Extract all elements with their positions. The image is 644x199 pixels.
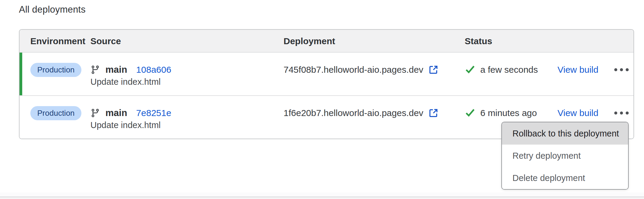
deployment-cell: 1f6e20b7.helloworld-aio.pages.dev (284, 106, 439, 121)
commit-link[interactable]: 108a606 (136, 65, 171, 75)
deployment-cell: 745f08b7.helloworld-aio.pages.dev (284, 62, 439, 77)
environment-badge: Production (30, 106, 81, 120)
environment-cell: Production (30, 106, 81, 121)
page-bottom-strip (0, 192, 644, 197)
status-time: a few seconds (480, 65, 538, 75)
table-row: Production main 108a606 Update index.htm… (20, 53, 633, 95)
menu-item-retry[interactable]: Retry deployment (502, 145, 628, 167)
branch-name: main (105, 108, 127, 118)
ellipsis-icon[interactable] (613, 65, 630, 74)
active-deployment-indicator (20, 53, 22, 95)
menu-item-rollback[interactable]: Rollback to this deployment (502, 122, 628, 145)
check-icon (465, 64, 475, 76)
column-header-deployment: Deployment (284, 30, 335, 53)
status-time: 6 minutes ago (480, 108, 537, 118)
deployment-url: 1f6e20b7.helloworld-aio.pages.dev (284, 108, 423, 118)
environment-cell: Production (30, 62, 81, 77)
check-icon (465, 107, 475, 119)
table-header-row: Environment Source Deployment Status (20, 30, 633, 53)
commit-message: Update index.html (90, 120, 161, 130)
view-build-cell: View build (557, 62, 598, 77)
view-build-link[interactable]: View build (557, 108, 598, 118)
menu-item-delete[interactable]: Delete deployment (502, 167, 628, 189)
environment-badge: Production (30, 63, 81, 77)
column-header-environment: Environment (30, 30, 85, 53)
row-actions-cell (613, 106, 634, 121)
status-cell: 6 minutes ago (465, 106, 537, 121)
commit-link[interactable]: 7e8251e (136, 108, 171, 118)
deployment-actions-menu: Rollback to this deployment Retry deploy… (501, 122, 629, 190)
page-title: All deployments (19, 4, 86, 15)
git-branch-icon (90, 108, 100, 118)
deployment-url: 745f08b7.helloworld-aio.pages.dev (284, 65, 423, 75)
external-link-icon[interactable] (428, 64, 439, 75)
commit-message: Update index.html (90, 77, 161, 87)
column-header-source: Source (90, 30, 121, 53)
row-actions-cell (613, 62, 634, 77)
ellipsis-icon[interactable] (613, 109, 630, 118)
git-branch-icon (90, 65, 100, 75)
view-build-link[interactable]: View build (557, 65, 598, 75)
branch-name: main (105, 64, 127, 75)
source-cell: main 7e8251e (90, 106, 171, 121)
source-cell: main 108a606 (90, 62, 171, 77)
page-bottom-under (0, 197, 644, 199)
status-cell: a few seconds (465, 62, 538, 77)
view-build-cell: View build (557, 106, 598, 121)
column-header-status: Status (465, 30, 492, 53)
external-link-icon[interactable] (428, 108, 439, 118)
